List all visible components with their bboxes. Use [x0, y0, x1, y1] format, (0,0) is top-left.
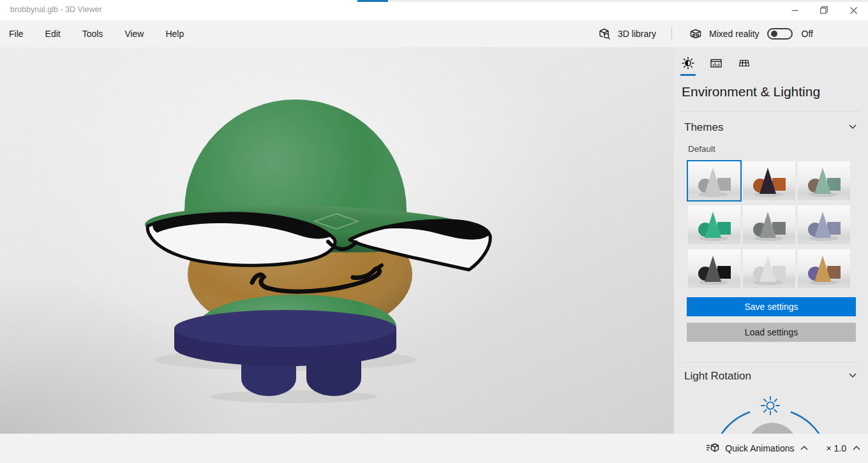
quick-animations-icon	[706, 441, 720, 456]
menubar-separator	[671, 27, 672, 41]
menubar: File Edit Tools View Help 3D library	[0, 20, 868, 47]
3d-viewport[interactable]	[0, 47, 674, 434]
dial-dome	[747, 423, 798, 434]
close-button[interactable]	[839, 0, 868, 20]
mixed-reality-label: Mixed reality	[709, 29, 760, 39]
window-title: brobbynal.glb - 3D Viewer	[10, 5, 102, 14]
restore-icon	[820, 6, 828, 14]
progress-fill	[357, 0, 388, 2]
3d-viewer-window: brobbynal.glb - 3D Viewer File Edit Tool…	[0, 0, 868, 463]
mixed-reality-toggle[interactable]	[767, 28, 793, 40]
model-base-top	[174, 310, 396, 347]
menu-view[interactable]: View	[118, 29, 150, 39]
minimize-icon	[791, 7, 798, 14]
minimize-button[interactable]	[780, 0, 809, 20]
mixed-reality-state: Off	[802, 29, 813, 39]
menu-tools[interactable]: Tools	[76, 29, 110, 39]
mixed-reality-group: Mixed reality Off	[689, 27, 813, 41]
3d-library-icon	[597, 27, 611, 41]
environment-lighting-panel: Environment & Lighting Themes Default	[674, 47, 868, 434]
sun-handle-icon[interactable]	[761, 397, 779, 415]
3d-library-button[interactable]: 3D library	[597, 27, 656, 41]
light-rotation-dial[interactable]	[674, 47, 868, 434]
restore-button[interactable]	[809, 0, 839, 20]
model-render	[0, 47, 674, 434]
quick-animations-label: Quick Animations	[725, 443, 794, 453]
menu-file[interactable]: File	[3, 29, 30, 39]
chevron-up-icon	[799, 443, 809, 453]
menubar-right: 3D library Mixed reality Off	[597, 27, 868, 41]
menu-help[interactable]: Help	[159, 29, 190, 39]
titlebar: brobbynal.glb - 3D Viewer	[0, 0, 868, 20]
close-icon	[850, 7, 857, 14]
bottom-bar: Quick Animations × 1.0	[0, 434, 868, 463]
chevron-up-icon	[851, 443, 862, 453]
3d-library-label: 3D library	[618, 29, 656, 39]
window-controls	[780, 0, 868, 20]
quick-animations-button[interactable]: Quick Animations	[706, 441, 809, 456]
mixed-reality-icon	[689, 27, 703, 41]
menu-edit[interactable]: Edit	[39, 29, 67, 39]
speed-label: × 1.0	[826, 443, 846, 453]
playback-speed-button[interactable]: × 1.0	[826, 443, 862, 453]
toggle-knob	[771, 31, 777, 37]
floor-shadow-legs	[211, 390, 377, 403]
